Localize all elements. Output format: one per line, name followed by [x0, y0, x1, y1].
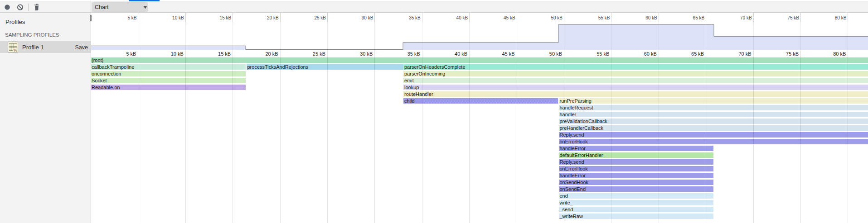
svg-text:%: % [14, 48, 17, 52]
